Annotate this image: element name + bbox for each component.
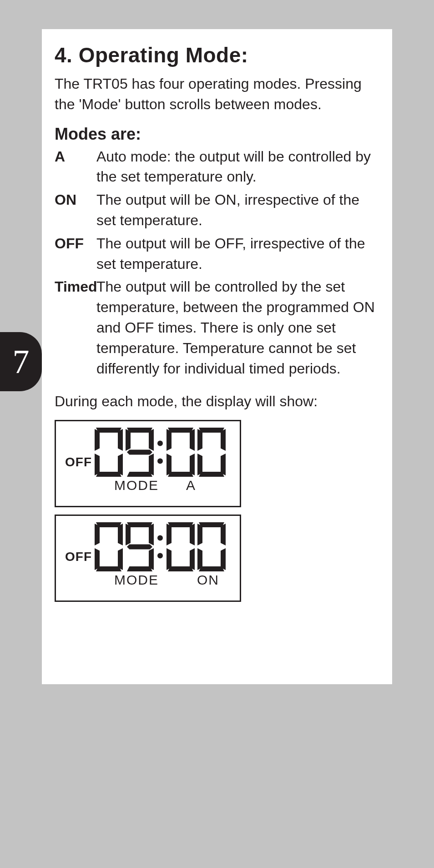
svg-marker-11: [149, 429, 154, 451]
svg-marker-4: [118, 429, 123, 451]
svg-marker-38: [127, 566, 152, 571]
during-text: During each mode, the display will show:: [55, 391, 379, 412]
seven-seg-digit: [167, 428, 195, 477]
lcd-status: OFF: [65, 455, 92, 477]
svg-marker-17: [168, 472, 193, 477]
svg-marker-25: [199, 450, 224, 455]
svg-marker-13: [149, 454, 154, 475]
svg-marker-8: [127, 472, 152, 477]
seven-seg-colon: [156, 428, 164, 477]
svg-marker-3: [95, 429, 100, 451]
svg-marker-9: [127, 450, 152, 455]
mode-row: ON The output will be ON, irrespective o…: [55, 190, 379, 231]
svg-marker-1: [96, 472, 121, 477]
svg-marker-49: [167, 524, 172, 545]
modes-heading: Modes are:: [55, 125, 379, 144]
mode-list: A Auto mode: the output will be controll…: [55, 146, 379, 379]
svg-marker-16: [168, 428, 193, 433]
mode-label: OFF: [55, 233, 96, 254]
svg-marker-41: [149, 524, 154, 545]
svg-marker-50: [190, 524, 195, 545]
svg-point-44: [157, 535, 163, 541]
lcd-display: OFF MODE A: [55, 420, 241, 507]
svg-marker-19: [167, 429, 172, 451]
svg-marker-28: [197, 454, 202, 475]
section-title: 4. Operating Mode:: [55, 43, 379, 67]
svg-marker-47: [168, 566, 193, 571]
svg-marker-31: [96, 566, 121, 571]
svg-marker-43: [149, 548, 154, 570]
lcd-status: OFF: [65, 550, 92, 571]
lcd-display: OFF MODE ON: [55, 515, 241, 602]
mode-label: Timed: [55, 277, 96, 297]
svg-marker-22: [190, 454, 195, 475]
lcd-mode-label: MODE: [114, 572, 159, 588]
lcd-time: [95, 428, 226, 477]
svg-marker-55: [199, 545, 224, 550]
svg-marker-54: [199, 566, 224, 571]
svg-marker-27: [221, 429, 226, 451]
mode-row: OFF The output will be OFF, irrespective…: [55, 233, 379, 274]
svg-marker-33: [95, 524, 100, 545]
lcd-mode-value: A: [186, 478, 196, 493]
svg-marker-0: [96, 428, 121, 433]
svg-marker-21: [167, 454, 172, 475]
svg-marker-18: [168, 450, 193, 455]
seven-seg-digit: [126, 522, 154, 571]
mode-row: Timed The output will be controlled by t…: [55, 277, 379, 378]
mode-description: The output will be controlled by the set…: [96, 277, 379, 378]
svg-marker-29: [221, 454, 226, 475]
svg-marker-58: [197, 548, 202, 570]
mode-description: Auto mode: the output will be controlled…: [96, 146, 379, 187]
seven-seg-colon: [156, 522, 164, 571]
svg-marker-6: [118, 454, 123, 475]
svg-marker-35: [95, 548, 100, 570]
svg-point-14: [157, 441, 163, 446]
svg-marker-26: [197, 429, 202, 451]
seven-seg-digit: [126, 428, 154, 477]
svg-marker-20: [190, 429, 195, 451]
mode-label: ON: [55, 190, 96, 210]
lcd-mode-row: MODE ON: [65, 572, 231, 588]
mode-label: A: [55, 146, 96, 167]
mode-description: The output will be ON, irrespective of t…: [96, 190, 379, 231]
svg-marker-48: [168, 545, 193, 550]
svg-point-45: [157, 553, 163, 559]
svg-marker-5: [95, 454, 100, 475]
svg-marker-34: [118, 524, 123, 545]
svg-marker-52: [190, 548, 195, 570]
seven-seg-digit: [197, 522, 226, 571]
svg-point-15: [157, 459, 163, 464]
manual-page: 4. Operating Mode: The TRT05 has four op…: [42, 29, 392, 684]
seven-seg-digit: [197, 428, 226, 477]
svg-marker-46: [168, 522, 193, 527]
mode-row: A Auto mode: the output will be controll…: [55, 146, 379, 187]
svg-marker-56: [197, 524, 202, 545]
seven-seg-digit: [167, 522, 195, 571]
page-tab: 7: [0, 332, 42, 391]
svg-marker-30: [96, 522, 121, 527]
lcd-mode-row: MODE A: [65, 478, 231, 493]
svg-marker-40: [126, 524, 131, 545]
svg-marker-51: [167, 548, 172, 570]
svg-marker-36: [118, 548, 123, 570]
seven-seg-digit: [95, 428, 123, 477]
mode-description: The output will be OFF, irrespective of …: [96, 233, 379, 274]
svg-marker-7: [127, 428, 152, 433]
svg-marker-23: [199, 428, 224, 433]
lcd-mode-value: ON: [197, 572, 219, 588]
seven-seg-digit: [95, 522, 123, 571]
svg-marker-10: [126, 429, 131, 451]
intro-paragraph: The TRT05 has four operating modes. Pres…: [55, 74, 379, 115]
lcd-time: [95, 522, 226, 571]
svg-marker-32: [96, 545, 121, 550]
svg-marker-37: [127, 522, 152, 527]
svg-marker-57: [221, 524, 226, 545]
svg-marker-59: [221, 548, 226, 570]
svg-marker-24: [199, 472, 224, 477]
svg-marker-2: [96, 450, 121, 455]
svg-marker-53: [199, 522, 224, 527]
lcd-mode-label: MODE: [114, 478, 159, 493]
svg-marker-39: [127, 545, 152, 550]
